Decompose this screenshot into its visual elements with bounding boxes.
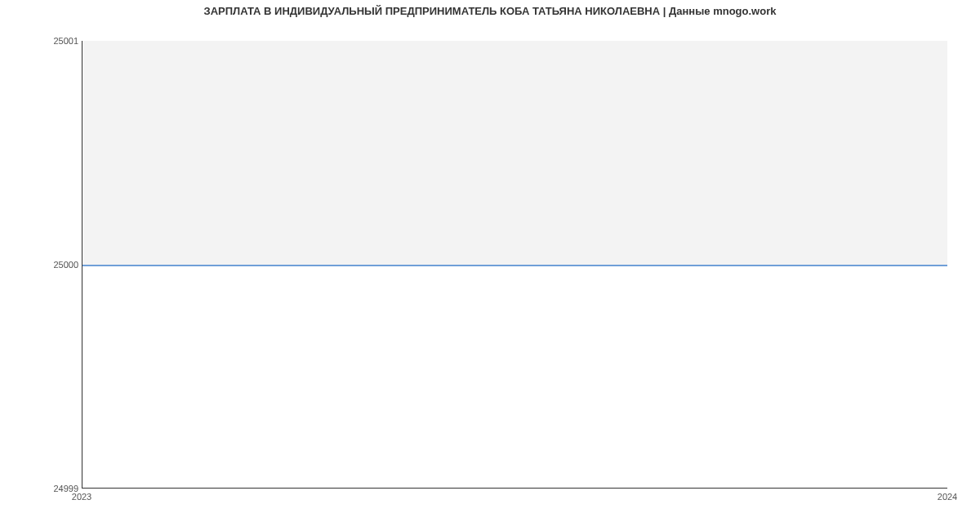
plot-area [82, 41, 947, 489]
chart-container: ЗАРПЛАТА В ИНДИВИДУАЛЬНЫЙ ПРЕДПРИНИМАТЕЛ… [0, 0, 980, 531]
y-tick-bottom: 24999 [5, 484, 78, 493]
chart-title: ЗАРПЛАТА В ИНДИВИДУАЛЬНЫЙ ПРЕДПРИНИМАТЕЛ… [0, 5, 980, 17]
y-tick-mid: 25000 [5, 260, 78, 270]
grid-band [82, 41, 947, 265]
y-tick-top: 25001 [5, 36, 78, 46]
x-tick-left: 2023 [72, 492, 91, 502]
x-tick-right: 2024 [938, 492, 957, 502]
series-line [82, 265, 947, 266]
